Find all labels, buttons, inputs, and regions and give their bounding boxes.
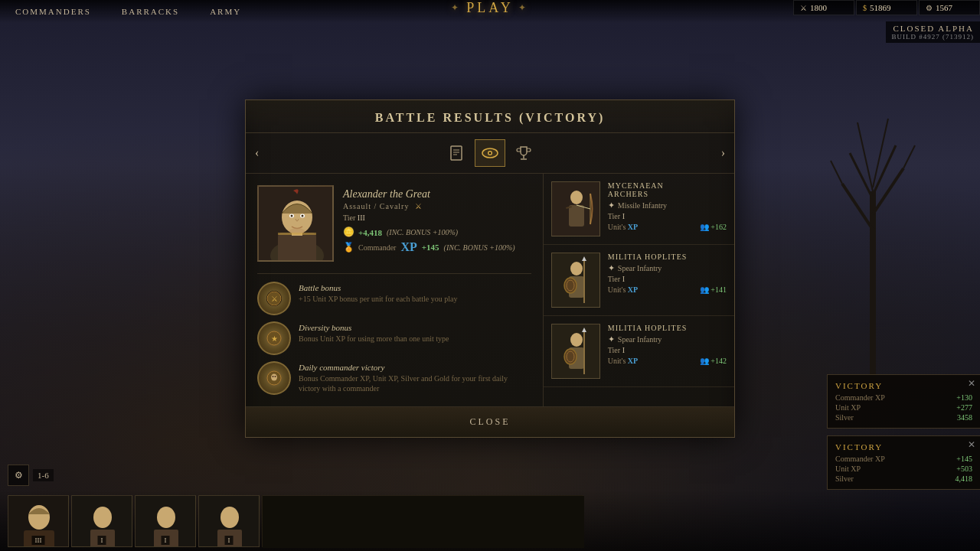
silver-stat-row: 🪙 +4,418 (INC. BONUS +100%) [343, 227, 531, 238]
v2-stat-0: Commander XP +145 [835, 455, 972, 463]
svg-line-5 [858, 122, 873, 191]
svg-rect-9 [451, 146, 462, 160]
unit-type-row-2: ✦ Spear Infantry [608, 334, 727, 344]
v2-stat-1: Unit XP +503 [835, 465, 972, 473]
tab-prev-button[interactable]: ‹ [246, 143, 268, 163]
resource-gold-value: 51869 [870, 3, 891, 12]
build-info: Build #4927 (713912) [892, 33, 975, 41]
bottom-large-area [262, 495, 583, 547]
unit-xp-row-1: Unit's XP 👥 +141 [608, 285, 727, 294]
unit-xp-row-0: Unit's XP 👥 +162 [608, 223, 727, 231]
missile-icon: ✦ [608, 201, 615, 210]
nav-items: COMMANDERS BARRACKS ARMY [0, 7, 241, 16]
unit-xp-label-0: Unit's XP [608, 223, 638, 231]
swords-icon: ⚔ [800, 4, 807, 12]
bottom-unit-badge-3: I [225, 536, 234, 545]
diversity-bonus-title: Diversity bonus [299, 323, 531, 332]
tab-eye[interactable] [475, 139, 505, 167]
svg-point-25 [291, 215, 293, 217]
diversity-bonus-item: ★ Diversity bonus Bonus Unit XP for usin… [257, 321, 531, 355]
victory-close-2[interactable]: ✕ [968, 439, 975, 451]
daily-victory-desc: Bonus Commander XP, Unit XP, Silver and … [299, 373, 531, 393]
bottom-unit-thumb-2[interactable]: I [135, 495, 196, 547]
svg-point-37 [275, 376, 276, 377]
play-title: PLAY [451, 0, 528, 19]
svg-point-60 [93, 507, 112, 528]
closed-alpha-badge: CLOSED ALPHA Build #4927 (713912) [886, 21, 981, 43]
tab-trophy[interactable] [508, 139, 539, 167]
unit-xp-value-2: 👥 +142 [700, 357, 727, 365]
gold-icon: $ [863, 4, 867, 12]
unit-name-0: MycenaeanArchers [608, 181, 727, 198]
v-stat-1: Unit XP +277 [835, 403, 972, 412]
unit-counter: 1-6 [33, 469, 54, 481]
nav-barracks[interactable]: BARRACKS [122, 7, 179, 16]
bottom-unit-thumb-1[interactable]: I [71, 495, 132, 547]
battle-bonus-title: Battle bonus [299, 283, 531, 292]
unit-tier-2: Tier I [608, 346, 727, 354]
bottom-unit-badge-0: III [32, 536, 45, 545]
top-navigation: COMMANDERS BARRACKS ARMY PLAY ⚔ 1800 $ 5… [0, 0, 980, 23]
resource-swords: ⚔ 1800 [793, 0, 854, 15]
unit-tier-0: Tier I [608, 212, 727, 220]
play-button[interactable]: PLAY [451, 0, 528, 16]
resource-swords-value: 1800 [810, 3, 827, 12]
svg-rect-20 [278, 233, 316, 262]
tier-numeral: III [358, 214, 365, 222]
tab-next-button[interactable]: › [712, 143, 734, 163]
silver-bonus: (INC. BONUS +100%) [387, 228, 458, 236]
unit-type-row-0: ✦ Missile Infantry [608, 201, 727, 210]
commander-info: Alexander the Great Assault / Cavalry ⚔ … [257, 185, 531, 262]
silver-value: +4,418 [358, 228, 382, 237]
xp-persons-icon-2: 👥 [700, 357, 709, 365]
unit-item-1: Militia Hoplites ✦ Spear Infantry Tier I… [544, 245, 734, 316]
victory-popup-1: ✕ Victory Commander XP +130 Unit XP +277… [827, 374, 980, 429]
victory-close-1[interactable]: ✕ [968, 378, 975, 390]
victory-stats-2: Commander XP +145 Unit XP +503 Silver 4,… [835, 455, 972, 483]
unit-type-1: Spear Infantry [618, 264, 662, 272]
unit-details-2: Militia Hoplites ✦ Spear Infantry Tier I… [608, 324, 727, 365]
bottom-unit-thumb-0[interactable]: III [8, 495, 69, 547]
svg-point-66 [220, 507, 239, 528]
battle-bonus-item: ⚔ Battle bonus +15 Unit XP bonus per uni… [257, 282, 531, 315]
victory-title-1: Victory [835, 381, 972, 390]
svg-text:★: ★ [271, 334, 278, 343]
unit-xp-value-0: 👥 +162 [700, 223, 727, 231]
unit-type-2: Spear Infantry [618, 335, 662, 344]
close-button[interactable]: CLOSE [246, 407, 734, 437]
svg-point-26 [302, 215, 304, 217]
commander-name: Alexander the Great [343, 188, 531, 201]
xp-persons-icon-1: 👥 [700, 285, 709, 294]
dialog-header: BATTLE RESULTS (VICTORY) [246, 100, 734, 133]
svg-point-39 [570, 191, 583, 204]
svg-point-63 [157, 507, 175, 528]
resource-gold: $ 51869 [856, 0, 917, 15]
closed-alpha-label: CLOSED ALPHA [893, 24, 974, 33]
dialog-title: BATTLE RESULTS (VICTORY) [261, 111, 719, 125]
battle-bonus-medal: ⚔ [257, 282, 291, 315]
v-stat-2: Silver 3458 [835, 413, 972, 422]
svg-line-7 [831, 161, 842, 184]
svg-point-51 [570, 333, 583, 347]
cmd-xp-value: +145 [422, 243, 439, 252]
bottom-unit-thumb-3[interactable]: I [198, 495, 260, 547]
nav-commanders[interactable]: COMMANDERS [15, 7, 91, 16]
unit-xp-value-1: 👥 +141 [700, 285, 727, 294]
dialog-footer: CLOSE [246, 406, 734, 437]
tab-scroll[interactable] [441, 139, 472, 167]
v2-stat-2: Silver 4,418 [835, 474, 972, 483]
bottom-bar: III I I I [0, 490, 980, 551]
spear-icon: ✦ [608, 263, 615, 273]
cavalry-icon: ⚔ [415, 202, 423, 210]
bottom-unit-badge-2: I [162, 536, 170, 545]
ui-btn-1[interactable]: ⚙ [8, 465, 29, 486]
diversity-bonus-text: Diversity bonus Bonus Unit XP for using … [299, 321, 531, 344]
unit-portrait-0 [551, 181, 600, 236]
svg-point-35 [271, 374, 277, 381]
nav-army[interactable]: ARMY [210, 7, 241, 16]
xp-persons-icon: 👥 [700, 223, 709, 231]
unit-item-2: Militia Hoplites ✦ Spear Infantry Tier I… [544, 316, 734, 387]
svg-point-15 [489, 152, 492, 155]
svg-point-45 [570, 262, 583, 276]
unit-name-1: Militia Hoplites [608, 253, 727, 261]
